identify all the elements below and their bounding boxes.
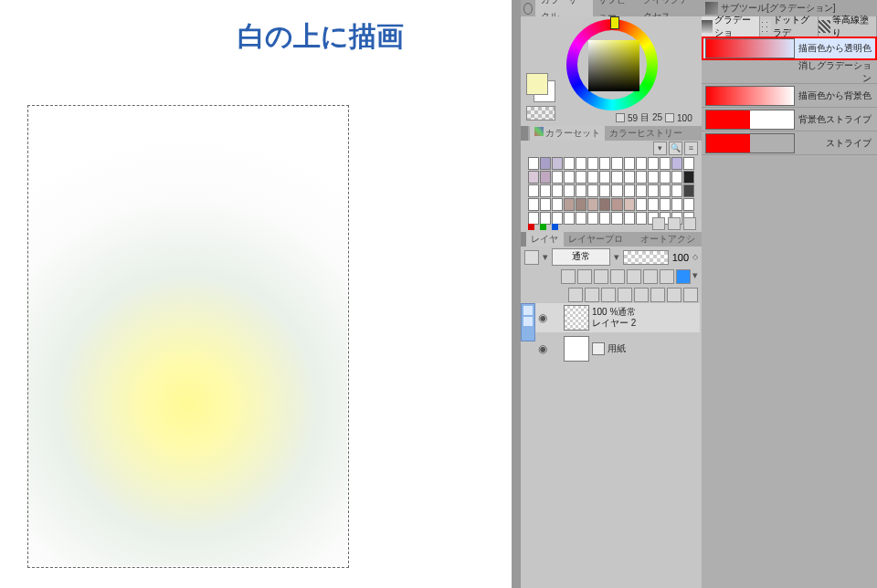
visibility-toggle[interactable]: ◉ xyxy=(535,311,550,324)
palette-swatch[interactable] xyxy=(648,171,659,184)
palette-swatch[interactable] xyxy=(599,157,610,170)
panel-target-icon[interactable] xyxy=(523,3,533,15)
layer-thumbnail[interactable] xyxy=(564,305,589,331)
merge-down-button[interactable] xyxy=(634,288,649,302)
hue-marker[interactable] xyxy=(610,16,619,29)
tab-quick-access[interactable]: クイックアクセス xyxy=(638,0,702,16)
palette-swatch[interactable] xyxy=(683,171,694,184)
palette-swatch[interactable] xyxy=(587,198,598,211)
palette-swatch[interactable] xyxy=(528,171,539,184)
palette-swatch[interactable] xyxy=(671,157,682,170)
palette-swatch[interactable] xyxy=(540,171,551,184)
palette-swatch[interactable] xyxy=(576,171,586,184)
palette-swatch[interactable] xyxy=(683,157,694,170)
opacity-slider[interactable] xyxy=(623,250,669,265)
mask-enable-button[interactable] xyxy=(643,269,658,284)
blend-mode-select[interactable]: 通常 xyxy=(552,248,610,266)
lock-button[interactable] xyxy=(577,269,592,284)
palette-swatch[interactable] xyxy=(636,157,647,170)
palette-swatch[interactable] xyxy=(683,198,694,211)
layer-item[interactable]: ◉ 用紙 xyxy=(535,334,700,363)
palette-swatch[interactable] xyxy=(660,184,671,197)
draft-button[interactable] xyxy=(627,269,641,284)
palette-swatch[interactable] xyxy=(552,212,563,225)
new-vector-layer-button[interactable] xyxy=(585,288,599,302)
palette-swatch[interactable] xyxy=(671,184,682,197)
palette-swatch[interactable] xyxy=(576,198,586,211)
apply-mask-button[interactable] xyxy=(667,288,682,302)
palette-swatch[interactable] xyxy=(624,212,635,225)
palette-swatch[interactable] xyxy=(528,157,539,170)
palette-swatch[interactable] xyxy=(552,171,563,184)
colorset-search-button[interactable]: 🔍 xyxy=(669,142,682,155)
tab-color-history[interactable]: カラーヒストリー xyxy=(605,126,687,141)
colorset-menu-button[interactable]: ≡ xyxy=(684,142,698,155)
palette-swatch[interactable] xyxy=(564,184,575,197)
palette-swatch[interactable] xyxy=(576,157,586,170)
palette-swatch[interactable] xyxy=(624,157,635,170)
gradient-preset-item[interactable]: 描画色から透明色 xyxy=(702,37,877,60)
gradient-preset-item[interactable]: 背景色ストライプ xyxy=(702,108,877,131)
palette-swatch[interactable] xyxy=(564,198,575,211)
palette-swatch[interactable] xyxy=(587,184,598,197)
palette-swatch[interactable] xyxy=(528,198,539,211)
palette-swatch[interactable] xyxy=(636,212,647,225)
palette-swatch[interactable] xyxy=(624,184,635,197)
palette-grid[interactable] xyxy=(528,157,694,225)
palette-swatch[interactable] xyxy=(528,184,539,197)
transparent-swatch[interactable] xyxy=(526,106,555,121)
palette-swatch[interactable] xyxy=(636,184,647,197)
palette-swatch[interactable] xyxy=(564,212,575,225)
layer-name[interactable]: 用紙 xyxy=(608,343,626,354)
delete-layer-button[interactable] xyxy=(683,288,698,302)
layer-color-button[interactable] xyxy=(676,269,691,284)
ruler-button[interactable] xyxy=(660,269,674,284)
transfer-down-button[interactable] xyxy=(618,288,632,302)
palette-swatch[interactable] xyxy=(648,198,659,211)
visibility-toggle[interactable]: ◉ xyxy=(535,342,550,355)
layer-filter-button[interactable] xyxy=(524,250,539,265)
subtool-tab-contour[interactable]: 等高線塗り xyxy=(819,16,877,37)
palette-swatch[interactable] xyxy=(552,198,563,211)
palette-swatch[interactable] xyxy=(599,212,610,225)
layer-thumbnail-bar[interactable] xyxy=(521,303,535,341)
subtool-tab-gradation[interactable]: グラデーショ xyxy=(702,16,760,37)
palette-swatch[interactable] xyxy=(611,184,622,197)
main-color-swatch[interactable] xyxy=(526,73,548,95)
palette-swatch[interactable] xyxy=(587,212,598,225)
gradient-preset-item[interactable]: 描画色から背景色 xyxy=(702,84,877,108)
layer-item[interactable]: ◉ 100 %通常 レイヤー 2 xyxy=(535,303,700,332)
palette-swatch[interactable] xyxy=(636,198,647,211)
new-raster-layer-button[interactable] xyxy=(568,288,583,302)
tab-layer-property[interactable]: レイヤープロパティ xyxy=(564,232,636,247)
palette-swatch[interactable] xyxy=(648,157,659,170)
tab-subview[interactable]: サブビュー xyxy=(593,0,638,16)
canvas-area[interactable]: 白の上に描画 xyxy=(0,0,512,588)
palette-swatch[interactable] xyxy=(540,157,551,170)
palette-swatch[interactable] xyxy=(624,171,635,184)
gradient-preset-item[interactable]: ストライプ xyxy=(702,131,877,155)
subtool-tab-dot-gradation[interactable]: ドットグラデ xyxy=(760,16,819,37)
palette-swatch[interactable] xyxy=(564,171,575,184)
palette-delete-button[interactable] xyxy=(683,217,696,230)
palette-swatch[interactable] xyxy=(540,212,551,225)
palette-swatch[interactable] xyxy=(611,157,622,170)
layer-name[interactable]: レイヤー 2 xyxy=(592,318,636,329)
color-swatch-pair[interactable] xyxy=(526,73,554,100)
palette-swatch[interactable] xyxy=(611,212,622,225)
palette-swatch[interactable] xyxy=(660,198,671,211)
palette-swatch[interactable] xyxy=(528,212,539,225)
new-folder-button[interactable] xyxy=(601,288,616,302)
lock-transparent-button[interactable] xyxy=(561,269,576,284)
palette-swatch[interactable] xyxy=(540,184,551,197)
palette-swatch[interactable] xyxy=(599,198,610,211)
palette-swatch[interactable] xyxy=(576,184,586,197)
gradient-preset-item[interactable]: 消しグラデーション xyxy=(702,60,877,84)
palette-swatch[interactable] xyxy=(587,171,598,184)
create-mask-button[interactable] xyxy=(650,288,665,302)
color-square[interactable] xyxy=(588,40,639,91)
tab-colorset[interactable]: カラーセット xyxy=(530,126,605,141)
palette-add-button[interactable] xyxy=(652,217,665,230)
palette-swatch[interactable] xyxy=(671,198,682,211)
palette-swatch[interactable] xyxy=(611,198,622,211)
